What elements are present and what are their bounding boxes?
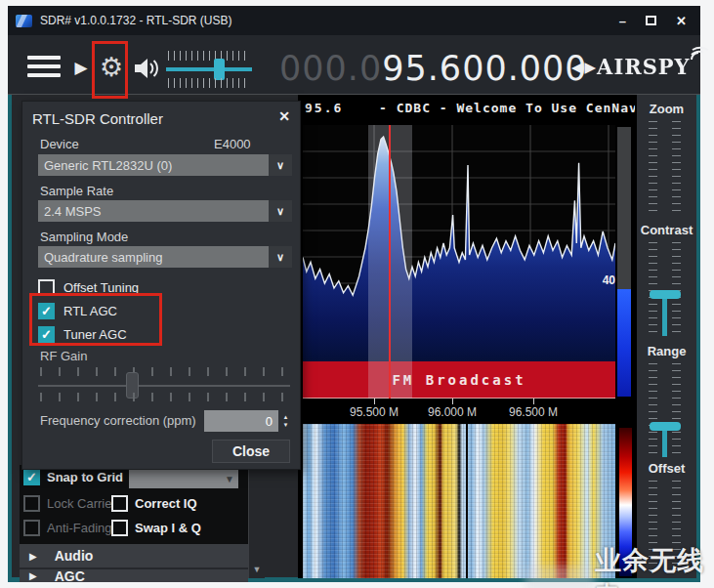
rds-frequency-text: 95.6	[305, 101, 343, 115]
offset-slider-label: Offset	[637, 461, 696, 476]
contrast-slider[interactable]	[649, 242, 657, 336]
axis-tick-label: 95.500 M	[340, 405, 408, 419]
watermark-blurred-glyphs	[525, 566, 595, 588]
signal-meter	[617, 127, 631, 397]
sample-rate-value: 2.4 MSPS	[38, 204, 269, 219]
correct-iq-label: Correct IQ	[135, 496, 197, 511]
contrast-slider-label: Contrast	[637, 223, 696, 237]
swap-iq-label: Swap I & Q	[135, 521, 201, 535]
snap-to-grid-label: Snap to Grid	[47, 470, 123, 484]
frequency-value: 95.600.000	[382, 49, 587, 88]
display-controls-sidebar	[637, 95, 696, 578]
axis-tick	[533, 399, 534, 404]
waterfall-center-marker	[466, 424, 468, 578]
correct-iq-checkbox[interactable]	[111, 495, 128, 512]
menu-button[interactable]	[27, 51, 61, 82]
chevron-down-icon: ∨	[269, 154, 292, 176]
anti-fading-label: Anti-Fading	[47, 521, 111, 535]
range-slider-thumb[interactable]	[650, 422, 681, 431]
tune-right-icon[interactable]: ▶	[584, 57, 598, 78]
brand-name: AIRSPY	[597, 54, 691, 79]
close-button[interactable]: ✕	[676, 15, 687, 27]
volume-ruler-bottom	[168, 78, 250, 88]
range-slider-ruler	[672, 363, 681, 457]
sampling-mode-dropdown[interactable]: Quadrature sampling ∨	[38, 246, 292, 268]
agc-section-header[interactable]: ▶ AGC	[20, 569, 248, 582]
dialog-title: RTL-SDR Controller	[32, 110, 163, 127]
minimize-button[interactable]: –	[619, 15, 626, 27]
watermark: 业余无线电	[525, 543, 714, 588]
annotation-agc-highlight	[29, 293, 162, 346]
axis-tick-label: 96.000 M	[418, 405, 486, 419]
rf-gain-slider-track[interactable]	[38, 385, 290, 387]
sample-rate-dropdown[interactable]: 2.4 MSPS ∨	[38, 200, 292, 222]
rtl-sdr-controller-dialog: RTL-SDR Controller ✕ Device E4000 Generi…	[21, 101, 301, 470]
contrast-slider-ruler	[672, 242, 681, 336]
range-slider-label: Range	[637, 344, 696, 358]
axis-tick	[452, 399, 453, 404]
maximize-icon	[646, 16, 656, 25]
contrast-slider-stem	[662, 299, 667, 336]
spin-up-icon[interactable]: ▲	[283, 414, 289, 420]
airspy-logo: ◀ ▶ AIRSPY	[570, 55, 710, 79]
frequency-display[interactable]: 000.095.600.000	[279, 49, 588, 90]
swap-iq-checkbox[interactable]	[111, 520, 128, 536]
watermark-text: 业余无线电	[595, 543, 714, 588]
device-dropdown-value: Generic RTL2832U (0)	[38, 158, 269, 173]
agc-section-label: AGC	[55, 569, 85, 582]
band-plan-bar: FM Broadcast	[303, 361, 615, 399]
spin-down-icon[interactable]: ▼	[283, 422, 289, 428]
axis-tick	[374, 399, 375, 404]
dropdown-arrow-icon: ▼	[225, 474, 234, 484]
signal-meter-fill	[617, 289, 631, 397]
rf-gain-ruler-bottom	[40, 393, 288, 401]
speaker-icon[interactable]	[131, 55, 162, 82]
tune-left-icon[interactable]: ◀	[570, 57, 584, 78]
device-type-badge: E4000	[214, 137, 251, 151]
anti-fading-checkbox[interactable]	[23, 520, 40, 536]
snap-to-grid-checkbox[interactable]: ✓	[23, 469, 40, 485]
zoom-slider-label: Zoom	[637, 102, 696, 116]
screenshot-frame: SDR# v1.0.0.1732 - RTL-SDR (USB) – ✕ ▶ ⚙…	[0, 0, 714, 588]
dialog-close-button[interactable]: Close	[212, 440, 290, 463]
contrast-slider-thumb[interactable]	[650, 290, 681, 299]
play-button[interactable]: ▶	[68, 53, 94, 82]
freq-correction-spinner[interactable]: ▲ ▼	[278, 410, 293, 432]
rds-station-text: - CDBC - Welcome To Use CenNavi's TM	[379, 101, 635, 115]
lock-carrier-label: Lock Carrier	[47, 496, 116, 511]
freq-correction-input[interactable]: 0	[204, 410, 278, 432]
dialog-close-icon[interactable]: ✕	[278, 108, 290, 124]
tuned-frequency-line	[389, 125, 391, 399]
frequency-leading-zeros: 000.0	[279, 49, 382, 88]
audio-section-label: Audio	[55, 548, 94, 564]
spectrum-svg	[303, 125, 615, 361]
sampling-mode-value: Quadrature sampling	[38, 250, 269, 265]
signal-meter-value: 40	[592, 273, 615, 287]
lock-carrier-checkbox[interactable]	[23, 495, 40, 512]
sample-rate-label: Sample Rate	[40, 184, 113, 198]
scroll-down-icon[interactable]: ▼	[249, 565, 265, 574]
sampling-mode-label: Sampling Mode	[40, 230, 128, 244]
device-dropdown[interactable]: Generic RTL2832U (0) ∨	[38, 154, 292, 176]
range-slider[interactable]	[649, 363, 657, 457]
volume-slider-thumb[interactable]	[214, 59, 225, 80]
spectrum-plot[interactable]	[303, 125, 615, 361]
expand-arrow-icon: ▶	[29, 570, 37, 581]
chevron-down-icon: ∨	[269, 246, 292, 268]
volume-slider-track[interactable]	[166, 67, 252, 71]
axis-tick-label: 96.500 M	[499, 405, 567, 419]
title-bar: SDR# v1.0.0.1732 - RTL-SDR (USB) – ✕	[8, 6, 700, 35]
zoom-slider-ruler	[672, 121, 681, 217]
rf-gain-label: RF Gain	[40, 349, 87, 363]
frequency-axis: 95.500 M 96.000 M 96.500 M	[303, 399, 615, 424]
chevron-down-icon: ∨	[269, 200, 292, 222]
zoom-slider[interactable]	[649, 121, 657, 217]
freq-correction-label: Frequency correction (ppm)	[40, 413, 196, 428]
audio-section-header[interactable]: ▶ Audio	[20, 544, 248, 567]
maximize-button[interactable]	[646, 15, 656, 27]
range-slider-stem	[662, 431, 667, 457]
app-logo-icon	[16, 15, 32, 27]
panel-scrollbar[interactable]: ▼	[248, 465, 265, 578]
expand-arrow-icon: ▶	[29, 551, 37, 562]
snap-step-dropdown[interactable]: ▼	[129, 469, 238, 488]
